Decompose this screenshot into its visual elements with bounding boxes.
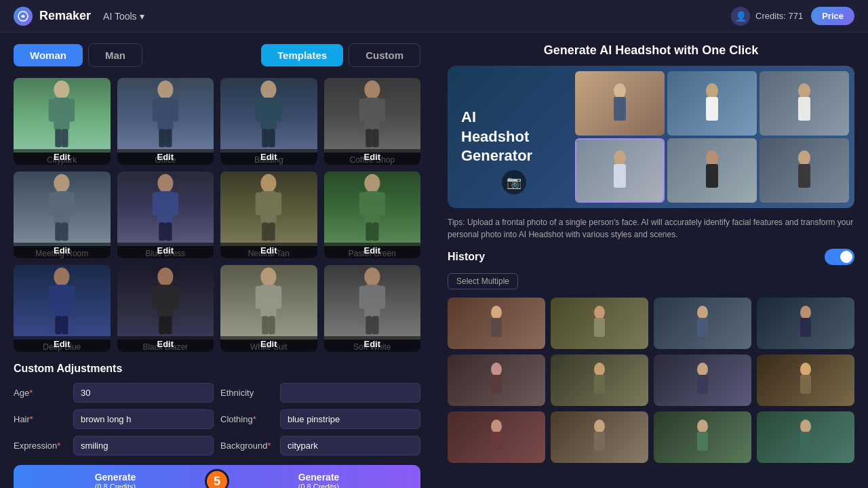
- svg-rect-51: [49, 286, 56, 309]
- svg-rect-84: [798, 164, 810, 188]
- edit-overlay[interactable]: Edit: [324, 243, 421, 258]
- history-item-8[interactable]: [757, 354, 854, 406]
- select-multiple-button[interactable]: Select Multiple: [448, 273, 518, 289]
- edit-overlay[interactable]: Edit: [117, 243, 214, 258]
- template-card-bluedress[interactable]: Edit Blue Dress: [117, 171, 214, 258]
- svg-point-55: [157, 268, 173, 286]
- history-toggle[interactable]: [825, 249, 854, 265]
- background-row: Background*: [220, 436, 420, 455]
- edit-overlay[interactable]: Edit: [324, 149, 421, 165]
- svg-rect-40: [275, 192, 282, 216]
- svg-rect-4: [68, 99, 75, 122]
- svg-point-99: [800, 363, 811, 376]
- clothing-input[interactable]: [280, 409, 420, 429]
- template-grid: Edit Citypark Edit Office: [14, 78, 420, 352]
- template-card-deepblue[interactable]: Edit Deep Blue: [14, 265, 111, 352]
- history-item-2[interactable]: [551, 298, 648, 349]
- svg-point-37: [261, 174, 277, 192]
- history-item-12[interactable]: [757, 411, 854, 463]
- credits-area: 👤 Credits: 771: [731, 7, 803, 26]
- template-card-office[interactable]: Edit Office: [117, 78, 214, 165]
- svg-rect-42: [269, 222, 275, 241]
- template-card-neutraltan[interactable]: Edit Neutral Tan: [220, 171, 317, 258]
- main-content: Woman Man Templates Custom: [0, 33, 868, 488]
- history-item-1[interactable]: [448, 298, 545, 349]
- svg-rect-30: [62, 222, 68, 241]
- history-item-9[interactable]: [448, 411, 545, 463]
- template-card-building[interactable]: Edit Building: [220, 78, 317, 165]
- template-card-softwhite[interactable]: Edit Soft White: [324, 265, 421, 352]
- svg-rect-36: [165, 222, 172, 241]
- expression-label: Expression*: [14, 441, 68, 451]
- generate-left-button[interactable]: Generate (0.8 Credits): [14, 465, 217, 488]
- preview-cell-5: [667, 138, 757, 203]
- tab-custom[interactable]: Custom: [349, 43, 420, 67]
- template-card-citypark[interactable]: Edit Citypark: [14, 78, 111, 165]
- template-card-whitesuit[interactable]: Edit White Suit: [220, 265, 317, 352]
- svg-point-25: [54, 174, 70, 192]
- svg-rect-15: [256, 99, 262, 122]
- history-header: History: [448, 249, 854, 265]
- background-input[interactable]: [280, 436, 420, 455]
- generate-right-button[interactable]: Generate (0.8 Credits): [217, 465, 420, 488]
- edit-overlay[interactable]: Edit: [220, 149, 317, 165]
- ethnicity-row: Ethnicity: [220, 383, 420, 403]
- hair-label: Hair*: [14, 414, 68, 424]
- svg-rect-72: [372, 316, 379, 334]
- svg-point-91: [800, 306, 811, 319]
- preview-cell-6: [760, 138, 849, 203]
- svg-point-43: [364, 174, 380, 192]
- svg-rect-18: [269, 129, 275, 147]
- edit-overlay[interactable]: Edit: [14, 336, 111, 352]
- svg-point-81: [706, 150, 718, 165]
- generate-bar: Generate (0.8 Credits) 5 Generate (0.8 C…: [14, 465, 420, 488]
- svg-rect-63: [256, 286, 262, 309]
- edit-overlay[interactable]: Edit: [220, 336, 317, 352]
- edit-overlay[interactable]: Edit: [220, 243, 317, 258]
- tab-man[interactable]: Man: [88, 43, 142, 67]
- svg-rect-64: [275, 286, 282, 309]
- svg-rect-106: [697, 432, 708, 451]
- svg-rect-12: [165, 129, 172, 147]
- tab-templates[interactable]: Templates: [261, 44, 343, 66]
- edit-overlay[interactable]: Edit: [14, 243, 111, 258]
- svg-rect-20: [364, 98, 380, 130]
- svg-point-103: [594, 420, 605, 433]
- expression-input[interactable]: [73, 436, 214, 455]
- history-item-11[interactable]: [654, 411, 751, 463]
- svg-rect-14: [261, 98, 277, 130]
- svg-rect-102: [491, 432, 502, 451]
- ai-preview-grid: [570, 66, 854, 208]
- edit-overlay[interactable]: Edit: [117, 336, 214, 352]
- svg-rect-33: [152, 192, 159, 216]
- svg-rect-38: [261, 191, 277, 224]
- svg-rect-34: [172, 192, 178, 216]
- tab-woman[interactable]: Woman: [14, 44, 83, 66]
- history-item-5[interactable]: [448, 354, 545, 406]
- template-card-meetingroom[interactable]: Edit Meeting Room: [14, 171, 111, 258]
- preview-cell-3: [760, 71, 849, 136]
- template-card-pastelgreen[interactable]: Edit Pastel Green: [324, 171, 421, 258]
- svg-rect-45: [359, 192, 366, 216]
- price-button[interactable]: Price: [811, 7, 854, 25]
- svg-point-67: [364, 268, 380, 286]
- history-item-3[interactable]: [654, 298, 751, 349]
- history-item-4[interactable]: [757, 298, 854, 349]
- edit-overlay[interactable]: Edit: [14, 149, 111, 165]
- hair-input[interactable]: [73, 409, 214, 429]
- history-grid: [448, 298, 854, 463]
- template-card-blackblazer[interactable]: Edit Black Blazer: [117, 265, 214, 352]
- edit-overlay[interactable]: Edit: [117, 149, 214, 165]
- template-card-coffeeshop[interactable]: Edit Coffee Shop: [324, 78, 421, 165]
- edit-overlay[interactable]: Edit: [324, 336, 421, 352]
- ethnicity-input[interactable]: [280, 383, 420, 403]
- history-item-10[interactable]: [551, 411, 648, 463]
- logo-icon: [14, 7, 33, 26]
- history-item-7[interactable]: [654, 354, 751, 406]
- ai-tools-button[interactable]: AI Tools ▾: [98, 8, 150, 24]
- history-item-6[interactable]: [551, 354, 648, 406]
- svg-rect-82: [706, 164, 718, 188]
- svg-rect-88: [594, 318, 605, 337]
- age-input[interactable]: [73, 383, 214, 403]
- svg-rect-3: [49, 99, 56, 122]
